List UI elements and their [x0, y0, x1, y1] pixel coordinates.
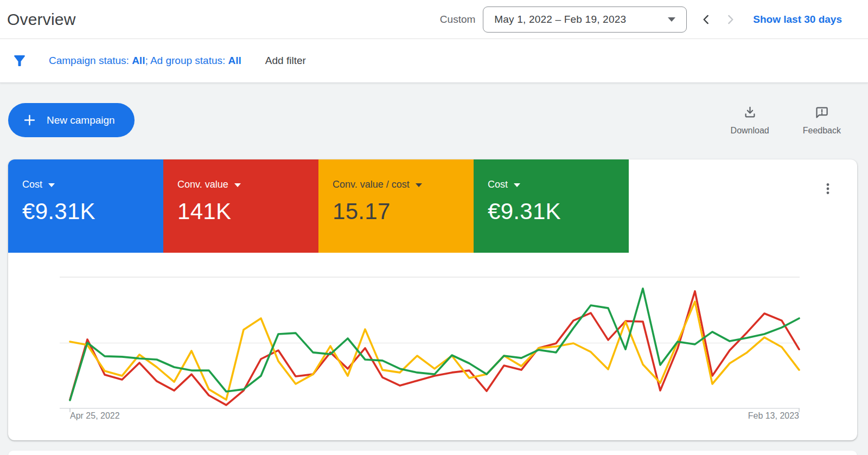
chevron-down-icon	[668, 17, 675, 22]
scorecard-value: €9.31K	[22, 198, 163, 225]
date-controls: Custom May 1, 2022 – Feb 19, 2023 Show l…	[440, 0, 868, 39]
campaign-status-value: All	[132, 55, 145, 66]
series-conv-value	[70, 291, 799, 405]
ad-group-status-value: All	[228, 55, 241, 66]
filter-funnel-icon	[11, 53, 28, 69]
date-range-text: May 1, 2022 – Feb 19, 2023	[494, 14, 626, 25]
date-range-picker[interactable]: May 1, 2022 – Feb 19, 2023	[483, 7, 687, 33]
scorecard-value: 15.17	[333, 198, 474, 225]
campaign-status-label: Campaign status:	[49, 55, 132, 66]
active-filters-chip[interactable]: Campaign status: All; Ad group status: A…	[49, 55, 241, 67]
previous-period-button[interactable]	[694, 8, 718, 31]
ad-group-status-label: ; Ad group status:	[145, 55, 228, 66]
top-bar: Overview Custom May 1, 2022 – Feb 19, 20…	[0, 0, 868, 39]
overview-chart: Apr 25, 2022 Feb 13, 2023	[8, 253, 857, 440]
show-last-30-days-link[interactable]: Show last 30 days	[753, 14, 842, 25]
scorecard-row: Cost €9.31K Conv. value 141K Conv. value…	[8, 159, 857, 253]
next-card-top-edge	[8, 451, 857, 455]
download-icon	[743, 105, 757, 120]
x-axis-start-label: Apr 25, 2022	[70, 411, 120, 421]
card-options-button[interactable]	[817, 178, 839, 200]
download-label: Download	[731, 126, 769, 136]
new-campaign-button[interactable]: New campaign	[8, 103, 135, 137]
new-campaign-label: New campaign	[47, 114, 115, 126]
chevron-right-icon	[723, 12, 737, 27]
next-period-button[interactable]	[718, 8, 742, 31]
line-chart	[8, 253, 857, 440]
chevron-down-icon	[234, 183, 241, 187]
chevron-down-icon	[416, 183, 422, 187]
add-filter-button[interactable]: Add filter	[265, 55, 306, 67]
scorecard-cost-blue[interactable]: Cost €9.31K	[8, 159, 163, 253]
scorecard-metric-label: Cost	[488, 179, 508, 190]
toolbar: Download Feedback	[731, 105, 841, 136]
plus-icon	[22, 113, 37, 127]
chevron-down-icon	[48, 183, 55, 187]
scorecard-metric-label: Cost	[22, 179, 42, 190]
chevron-left-icon	[699, 12, 713, 27]
filter-bar: Campaign status: All; Ad group status: A…	[0, 39, 868, 83]
scorecard-value: €9.31K	[488, 198, 629, 225]
feedback-label: Feedback	[803, 126, 841, 136]
scorecard-metric-label: Conv. value / cost	[333, 179, 410, 190]
scorecard-metric-label: Conv. value	[177, 179, 228, 190]
kebab-menu-icon	[821, 182, 835, 196]
date-range-type-label: Custom	[440, 14, 475, 25]
feedback-button[interactable]: Feedback	[803, 105, 841, 136]
feedback-icon	[814, 105, 829, 120]
scorecard-conv-value[interactable]: Conv. value 141K	[163, 159, 318, 253]
scorecard-conv-value-per-cost[interactable]: Conv. value / cost 15.17	[318, 159, 474, 253]
x-axis-end-label: Feb 13, 2023	[748, 411, 799, 421]
chevron-down-icon	[514, 183, 520, 187]
download-button[interactable]: Download	[731, 105, 769, 136]
page-title: Overview	[7, 10, 76, 29]
scorecard-value: 141K	[177, 198, 318, 225]
overview-card: Cost €9.31K Conv. value 141K Conv. value…	[8, 159, 857, 440]
scorecard-cost-green[interactable]: Cost €9.31K	[474, 159, 629, 253]
